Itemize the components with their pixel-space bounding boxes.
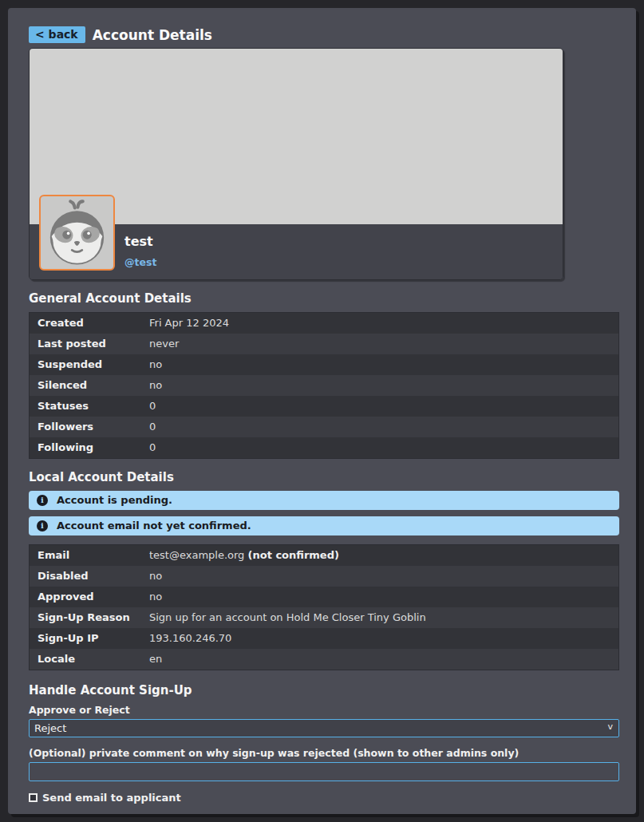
section-title-general: General Account Details <box>29 291 619 306</box>
table-row: Silenced no <box>30 375 618 396</box>
send-email-checkbox[interactable] <box>29 793 38 802</box>
info-icon: i <box>37 520 48 532</box>
notice-text: Account email not yet confirmed. <box>57 520 251 532</box>
row-label: Locale <box>38 653 149 665</box>
row-value: 193.160.246.70 <box>149 632 231 644</box>
sloth-avatar-icon <box>39 195 115 271</box>
row-label: Sign-Up Reason <box>38 611 149 623</box>
row-value: test@example.org (not confirmed) <box>149 549 339 561</box>
row-value: no <box>149 591 162 603</box>
send-email-row: Send email to applicant <box>29 792 619 804</box>
section-title-local: Local Account Details <box>29 470 619 484</box>
row-label: Last posted <box>38 338 149 350</box>
profile-card: test @test <box>29 48 563 280</box>
display-name: test <box>124 234 563 249</box>
row-value: 0 <box>149 400 156 412</box>
row-label: Email <box>38 549 149 561</box>
row-label: Suspended <box>38 358 149 370</box>
row-label: Statuses <box>38 400 149 412</box>
table-row: Following 0 <box>30 437 618 458</box>
row-label: Disabled <box>38 570 149 582</box>
notice-text: Account is pending. <box>57 494 172 506</box>
table-row: Followers 0 <box>30 417 618 437</box>
account-details-panel: < back Account Details test @test <box>8 8 636 814</box>
page-title: Account Details <box>93 27 212 43</box>
approve-reject-select[interactable]: Reject <box>29 719 619 737</box>
table-row: Suspended no <box>30 354 618 375</box>
local-details-table: Email test@example.org (not confirmed) D… <box>29 544 619 670</box>
section-title-signup: Handle Account Sign-Up <box>29 683 619 698</box>
info-icon: i <box>37 495 48 506</box>
page-header: < back Account Details <box>29 26 619 43</box>
send-email-label: Send email to applicant <box>42 792 181 804</box>
approve-reject-label: Approve or Reject <box>29 704 619 716</box>
table-row: Sign-Up IP 193.160.246.70 <box>30 628 618 649</box>
table-row: Last posted never <box>30 334 618 354</box>
private-comment-label: (Optional) private comment on why sign-u… <box>29 747 619 759</box>
table-row: Locale en <box>30 649 618 670</box>
row-value: Fri Apr 12 2024 <box>149 317 229 329</box>
row-value: no <box>149 379 162 391</box>
row-value: en <box>149 653 162 665</box>
row-label: Followers <box>38 421 149 433</box>
back-button[interactable]: < back <box>29 26 85 43</box>
row-value: 0 <box>149 441 156 453</box>
table-row: Email test@example.org (not confirmed) <box>30 545 618 566</box>
table-row: Disabled no <box>30 566 618 587</box>
account-handle-link[interactable]: @test <box>124 256 156 268</box>
row-value: 0 <box>149 421 156 433</box>
table-row: Created Fri Apr 12 2024 <box>30 313 618 334</box>
notice-email-unconfirmed: i Account email not yet confirmed. <box>29 516 619 535</box>
row-label: Sign-Up IP <box>38 632 149 644</box>
row-label: Following <box>38 441 149 453</box>
private-comment-input[interactable] <box>29 762 619 781</box>
general-details-table: Created Fri Apr 12 2024 Last posted neve… <box>29 312 619 459</box>
row-value-bold: (not confirmed) <box>248 549 339 561</box>
approve-reject-select-wrap: Reject v <box>29 719 619 737</box>
table-row: Sign-Up Reason Sign up for an account on… <box>30 607 618 628</box>
row-label: Silenced <box>38 379 149 391</box>
email-message-label: (Optional) message to include in email t… <box>29 813 619 814</box>
row-value: no <box>149 570 162 582</box>
row-label: Approved <box>38 591 149 603</box>
row-value: never <box>149 338 179 350</box>
table-row: Approved no <box>30 587 618 607</box>
row-value: Sign up for an account on Hold Me Closer… <box>149 611 426 623</box>
row-label: Created <box>38 317 149 329</box>
table-row: Statuses 0 <box>30 396 618 417</box>
row-value: no <box>149 358 162 370</box>
notice-account-pending: i Account is pending. <box>29 491 619 510</box>
